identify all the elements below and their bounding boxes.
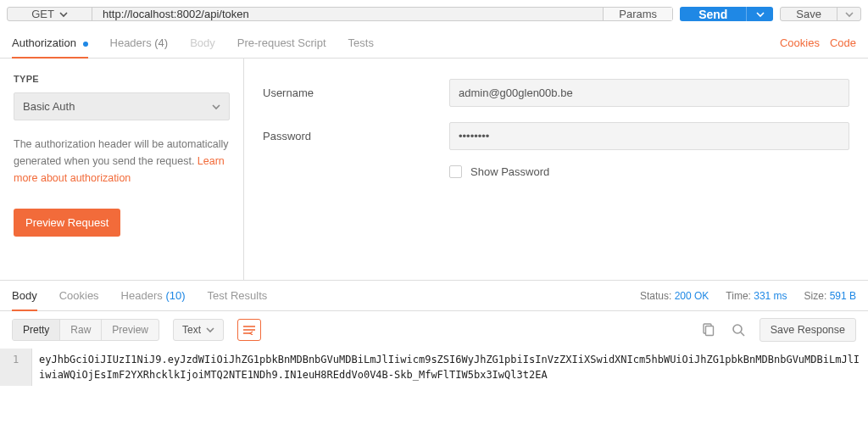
view-raw-button[interactable]: Raw	[59, 320, 101, 340]
view-pretty-button[interactable]: Pretty	[13, 320, 59, 340]
time-meta: Time: 331 ms	[726, 290, 787, 302]
search-button[interactable]	[729, 321, 748, 339]
tab-body[interactable]: Body	[190, 28, 215, 58]
svg-rect-4	[705, 326, 713, 336]
tab-count: (4)	[154, 36, 168, 49]
size-meta: Size: 591 B	[804, 290, 856, 302]
response-tabs-row: Body Cookies Headers (10) Test Results S…	[0, 281, 868, 311]
request-bar: GET Params Send Save	[0, 0, 868, 28]
preview-request-button[interactable]: Preview Request	[14, 209, 120, 237]
type-label: TYPE	[14, 74, 230, 84]
line-number: 1	[0, 352, 31, 367]
size-value: 591 B	[830, 290, 856, 302]
time-value: 331 ms	[754, 290, 787, 302]
auth-area: TYPE Basic Auth The authorization header…	[0, 59, 868, 281]
request-links: Cookies Code	[780, 36, 856, 49]
auth-left-panel: TYPE Basic Auth The authorization header…	[0, 59, 244, 280]
view-preview-button[interactable]: Preview	[101, 320, 159, 340]
copy-button[interactable]	[698, 321, 717, 339]
wrap-icon	[242, 325, 256, 335]
response-text[interactable]: eyJhbGciOiJIUzI1NiJ9.eyJzdWIiOiJhZG1pbkB…	[32, 349, 868, 386]
tab-headers[interactable]: Headers (4)	[110, 28, 169, 58]
line-gutter: 1	[0, 349, 32, 386]
chevron-down-icon	[206, 326, 214, 334]
chevron-down-icon	[59, 10, 68, 19]
chevron-down-icon	[212, 103, 220, 111]
request-tabs: Authorization Headers (4) Body Pre-reque…	[12, 28, 374, 58]
search-icon	[732, 323, 745, 337]
http-method-select[interactable]: GET	[8, 8, 92, 20]
auth-desc-text: The authorization header will be automat…	[14, 138, 229, 167]
status-meta: Status: 200 OK	[640, 290, 709, 302]
save-button[interactable]: Save	[781, 8, 837, 20]
show-password-row: Show Password	[449, 165, 849, 178]
response-body: 1 eyJhbGciOiJIUzI1NiJ9.eyJzdWIiOiJhZG1pb…	[0, 349, 868, 386]
code-link[interactable]: Code	[830, 36, 856, 49]
tab-label: Authorization	[12, 36, 76, 49]
tab-label: Headers	[110, 36, 152, 49]
method-url-group: GET Params	[7, 7, 673, 21]
auth-description: The authorization header will be automat…	[14, 136, 230, 187]
tab-tests[interactable]: Tests	[348, 28, 374, 58]
response-tabs: Body Cookies Headers (10) Test Results	[12, 281, 267, 310]
show-password-checkbox[interactable]	[449, 165, 462, 178]
tab-label: Headers	[121, 289, 163, 302]
password-label: Password	[263, 130, 449, 142]
password-row: Password	[263, 122, 849, 150]
status-value: 200 OK	[675, 290, 709, 302]
url-input[interactable]	[92, 8, 603, 20]
copy-icon	[701, 323, 715, 337]
username-input[interactable]	[449, 79, 849, 107]
chevron-down-icon	[845, 10, 854, 19]
svg-line-6	[741, 332, 744, 336]
resp-tab-body[interactable]: Body	[12, 281, 37, 310]
chevron-down-icon	[756, 10, 765, 19]
svg-point-5	[733, 325, 742, 333]
password-input[interactable]	[449, 122, 849, 150]
auth-type-select[interactable]: Basic Auth	[14, 92, 230, 120]
resp-tab-tests[interactable]: Test Results	[208, 281, 268, 310]
resp-tab-headers[interactable]: Headers (10)	[121, 281, 186, 310]
tab-prerequest[interactable]: Pre-request Script	[237, 28, 326, 58]
save-response-button[interactable]: Save Response	[760, 318, 856, 342]
username-row: Username	[263, 79, 849, 107]
send-group: Send	[680, 7, 773, 21]
send-dropdown-button[interactable]	[746, 7, 773, 21]
response-meta: Status: 200 OK Time: 331 ms Size: 591 B	[640, 290, 856, 302]
save-group: Save	[780, 7, 861, 21]
http-method-label: GET	[31, 8, 54, 20]
resp-tab-cookies[interactable]: Cookies	[59, 281, 99, 310]
cookies-link[interactable]: Cookies	[780, 36, 820, 49]
auth-type-value: Basic Auth	[23, 100, 75, 113]
save-dropdown-button[interactable]	[837, 8, 860, 20]
format-select[interactable]: Text	[173, 319, 224, 341]
response-toolbar-left: Pretty Raw Preview Text	[12, 319, 261, 341]
response-toolbar: Pretty Raw Preview Text Save Response	[0, 311, 868, 349]
view-mode-group: Pretty Raw Preview	[12, 319, 159, 341]
params-button[interactable]: Params	[603, 8, 672, 20]
show-password-label: Show Password	[470, 165, 549, 178]
tab-count: (10)	[165, 289, 185, 302]
username-label: Username	[263, 86, 449, 99]
request-tabs-row: Authorization Headers (4) Body Pre-reque…	[0, 28, 868, 59]
send-button[interactable]: Send	[680, 7, 746, 21]
active-dot-icon	[83, 42, 88, 47]
auth-right-panel: Username Password Show Password	[244, 59, 868, 280]
response-toolbar-right: Save Response	[698, 318, 856, 342]
format-value: Text	[182, 324, 201, 336]
wrap-lines-button[interactable]	[237, 319, 261, 341]
tab-authorization[interactable]: Authorization	[12, 28, 88, 58]
